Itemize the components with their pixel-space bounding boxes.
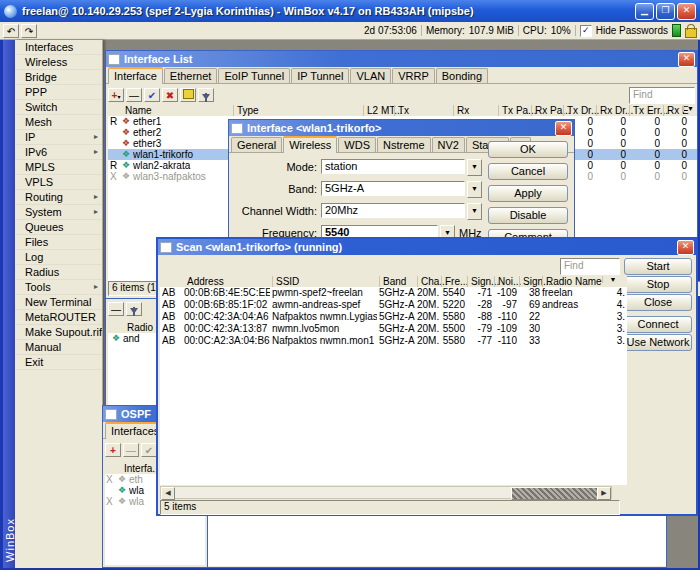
- scan-find-input[interactable]: Find: [560, 258, 620, 275]
- column-header-band-2[interactable]: Band: [379, 276, 419, 287]
- sidebar-item-ip[interactable]: IP▸: [15, 130, 102, 145]
- ospf-interface-column[interactable]: Interfa...: [121, 463, 161, 474]
- column-header-fre-4[interactable]: Fre...: [441, 276, 469, 287]
- scan-row-0[interactable]: AB00:0B:6B:4E:5C:EEpwmn-spef2~freelan5GH…: [160, 287, 627, 298]
- wireless-dialog-titlebar[interactable]: Interface <wlan1-trikorfo> ✕: [229, 120, 574, 136]
- scan-row-2[interactable]: AB00:0C:42:3A:04:A6Nafpaktos nwmn.Lygias…: [160, 311, 627, 322]
- find-input[interactable]: Find: [629, 87, 695, 104]
- column-header-sign-7[interactable]: Sign...: [519, 276, 544, 287]
- dropdown-arrow-icon[interactable]: ▼: [467, 159, 482, 176]
- ospf-enable-button[interactable]: ✔: [141, 443, 157, 457]
- start-button[interactable]: Start: [624, 258, 692, 275]
- tables-remove-button[interactable]: —: [108, 302, 124, 316]
- disable-button[interactable]: ✖: [162, 88, 178, 102]
- scroll-right-arrow[interactable]: ▶: [597, 487, 611, 500]
- hide-passwords-label[interactable]: Hide Passwords: [596, 25, 668, 36]
- column-header-ssid-1[interactable]: SSID: [272, 276, 381, 287]
- add-button[interactable]: +▾: [108, 88, 124, 102]
- channel-width-input[interactable]: 20Mhz: [321, 203, 465, 218]
- scan-close-icon[interactable]: ✕: [677, 240, 694, 255]
- sidebar-item-metarouter[interactable]: MetaROUTER: [15, 310, 102, 325]
- ok-button[interactable]: OK: [488, 141, 568, 158]
- sidebar-item-ipv6[interactable]: IPv6▸: [15, 145, 102, 160]
- sidebar-item-switch[interactable]: Switch: [15, 100, 102, 115]
- undo-button[interactable]: ↶: [3, 24, 19, 38]
- tab-general[interactable]: General: [231, 137, 282, 152]
- sidebar-item-routing[interactable]: Routing▸: [15, 190, 102, 205]
- column-header-type[interactable]: Type: [233, 105, 364, 116]
- tab-vrrp[interactable]: VRRP: [392, 68, 435, 83]
- sidebar-item-tools[interactable]: Tools▸: [15, 280, 102, 295]
- column-header-rx-dr[interactable]: Rx Dr...: [596, 105, 630, 116]
- interface-list-titlebar[interactable]: Interface List ✕: [106, 51, 697, 67]
- sidebar-item-radius[interactable]: Radius: [15, 265, 102, 280]
- sidebar-item-system[interactable]: System▸: [15, 205, 102, 220]
- tab-nstreme[interactable]: Nstreme: [377, 137, 431, 152]
- maximize-button[interactable]: ❐: [656, 3, 675, 20]
- band-input[interactable]: 5GHz-A: [321, 181, 465, 196]
- sort-arrow-icon[interactable]: ▼: [602, 276, 620, 283]
- comment-button[interactable]: [180, 88, 196, 102]
- scan-row-4[interactable]: AB00:0C:A2:3A:04:B6Nafpaktos nwmn.mon15G…: [160, 335, 627, 346]
- sidebar-item-bridge[interactable]: Bridge: [15, 70, 102, 85]
- filter-button[interactable]: [198, 88, 214, 102]
- interface-list-close-icon[interactable]: ✕: [678, 52, 695, 67]
- scroll-thumb[interactable]: [511, 487, 599, 500]
- column-header-tx-dr[interactable]: Tx Dr...: [563, 105, 597, 116]
- redo-button[interactable]: ↷: [21, 24, 37, 38]
- remove-button[interactable]: —: [126, 88, 142, 102]
- column-header-noi-6[interactable]: Noi...: [494, 276, 521, 287]
- scan-hscrollbar[interactable]: ◀ ▶: [160, 486, 612, 499]
- sidebar-item-make-supout-rif[interactable]: Make Supout.rif: [15, 325, 102, 340]
- tab-bonding[interactable]: Bonding: [436, 68, 488, 83]
- column-header-rx[interactable]: Rx: [453, 105, 501, 116]
- enable-button[interactable]: ✔: [144, 88, 160, 102]
- scan-titlebar[interactable]: Scan <wlan1-trikorfo> (running) ✕: [158, 239, 696, 255]
- mode-input[interactable]: station: [321, 159, 465, 174]
- apply-button[interactable]: Apply: [488, 185, 568, 202]
- hide-passwords-checkbox[interactable]: ✓: [580, 25, 592, 37]
- sidebar-item-files[interactable]: Files: [15, 235, 102, 250]
- stop-button[interactable]: Stop: [624, 276, 692, 293]
- column-header-tx[interactable]: Tx: [394, 105, 454, 116]
- ospf-remove-button[interactable]: —: [123, 443, 139, 457]
- sidebar-item-new-terminal[interactable]: New Terminal: [15, 295, 102, 310]
- disable-button[interactable]: Disable: [488, 207, 568, 224]
- sidebar-item-manual[interactable]: Manual: [15, 340, 102, 355]
- connect-button[interactable]: Connect: [624, 316, 692, 333]
- sidebar-item-ppp[interactable]: PPP: [15, 85, 102, 100]
- wireless-dialog-close-icon[interactable]: ✕: [555, 121, 572, 136]
- cancel-button[interactable]: Cancel: [488, 163, 568, 180]
- sidebar-item-mesh[interactable]: Mesh: [15, 115, 102, 130]
- minimize-button[interactable]: ▁: [635, 3, 654, 20]
- column-header-cha-3[interactable]: Cha...: [417, 276, 443, 287]
- sidebar-item-wireless[interactable]: Wireless: [15, 55, 102, 70]
- close-button[interactable]: ✕: [677, 3, 696, 20]
- close-button[interactable]: Close: [624, 294, 692, 311]
- dropdown-arrow-icon[interactable]: ▼: [467, 181, 482, 198]
- tables-radio-column[interactable]: Radio: [124, 322, 153, 333]
- sidebar-item-mpls[interactable]: MPLS: [15, 160, 102, 175]
- sort-arrow-icon[interactable]: ▼: [683, 105, 694, 112]
- column-header-l2-mt[interactable]: L2 MT...: [363, 105, 397, 116]
- column-header-tx-err[interactable]: Tx Err...: [629, 105, 664, 116]
- tab-wds[interactable]: WDS: [338, 137, 376, 152]
- sidebar-item-log[interactable]: Log: [15, 250, 102, 265]
- column-header-sign-5[interactable]: Sign...: [467, 276, 496, 287]
- dropdown-arrow-icon[interactable]: ▼: [467, 203, 482, 220]
- tab-interface[interactable]: Interface: [108, 67, 163, 84]
- sidebar-item-exit[interactable]: Exit: [15, 355, 102, 370]
- tab-vlan[interactable]: VLAN: [350, 68, 391, 83]
- sidebar-item-interfaces[interactable]: Interfaces: [15, 40, 102, 55]
- tab-wireless[interactable]: Wireless: [283, 136, 337, 153]
- tables-filter-button[interactable]: [126, 302, 142, 316]
- ospf-add-button[interactable]: +: [105, 443, 121, 457]
- column-header-tx-pa[interactable]: Tx Pa...: [498, 105, 532, 116]
- column-header-name[interactable]: Name: [122, 105, 233, 116]
- tab-ethernet[interactable]: Ethernet: [164, 68, 218, 83]
- tab-nv2[interactable]: NV2: [432, 137, 465, 152]
- scan-row-1[interactable]: AB00:0B:6B:85:1F:02awmn-andreas-spef5GHz…: [160, 299, 627, 310]
- sidebar-item-vpls[interactable]: VPLS: [15, 175, 102, 190]
- tab-ip-tunnel[interactable]: IP Tunnel: [291, 68, 349, 83]
- tab-eoip-tunnel[interactable]: EoIP Tunnel: [218, 68, 290, 83]
